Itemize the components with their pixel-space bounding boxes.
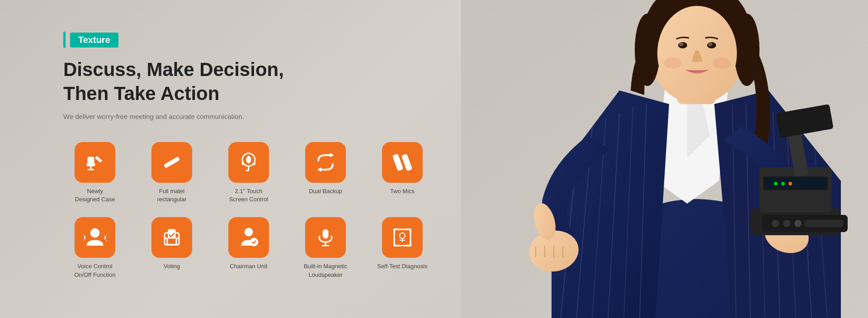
- svg-point-75: [783, 220, 790, 227]
- svg-point-55: [664, 58, 682, 69]
- texture-bar: [63, 32, 66, 48]
- touch-icon: [237, 151, 260, 174]
- newly-designed-case-icon-box: [75, 142, 115, 183]
- svg-point-70: [774, 182, 778, 185]
- self-test-icon-box: [382, 217, 423, 258]
- rectangular-icon: [160, 151, 184, 174]
- two-mics-icon-box: [382, 142, 423, 183]
- feature-full-matel: Full matelrectangular: [140, 142, 203, 204]
- voice-control-icon-box: [75, 217, 115, 258]
- touch-screen-label: 2.1" TouchScreen Control: [229, 187, 269, 204]
- left-content: Texture Discuss, Make Decision, Then Tak…: [0, 0, 434, 318]
- main-title: Discuss, Make Decision, Then Take Action: [63, 58, 434, 105]
- chairman-unit-icon-box: [228, 217, 269, 258]
- touch-screen-icon-box: [228, 142, 269, 183]
- svg-marker-11: [317, 168, 321, 171]
- svg-rect-19: [323, 229, 328, 238]
- right-image-area: [434, 0, 868, 318]
- feature-chairman-unit: Chairman Unit: [217, 217, 280, 279]
- svg-rect-13: [401, 154, 412, 171]
- svg-point-23: [400, 233, 405, 238]
- svg-point-56: [712, 58, 731, 69]
- main-container: Texture Discuss, Make Decision, Then Tak…: [0, 0, 868, 318]
- svg-marker-10: [330, 153, 334, 157]
- svg-rect-22: [394, 229, 410, 246]
- feature-row-1: NewlyDesigned Case Full matelrectangular: [63, 142, 434, 204]
- feature-dual-backup: Dual Backup: [294, 142, 357, 204]
- built-in-speaker-icon-box: [305, 217, 346, 258]
- case-icon: [83, 151, 107, 174]
- texture-label: Texture: [70, 33, 118, 47]
- voice-icon: [83, 226, 107, 249]
- subtitle: We deliver worry-free meeting and accura…: [63, 113, 434, 120]
- dual-backup-label: Dual Backup: [309, 187, 342, 195]
- two-mics-label: Two Mics: [390, 187, 415, 195]
- person-scene-svg: [461, 0, 868, 318]
- svg-rect-1: [88, 157, 94, 164]
- voting-icon-box: [151, 217, 192, 258]
- features-grid: NewlyDesigned Case Full matelrectangular: [63, 142, 434, 279]
- chairman-unit-label: Chairman Unit: [230, 262, 267, 271]
- svg-point-72: [788, 182, 792, 185]
- speaker-icon: [314, 226, 337, 249]
- feature-built-in-speaker: Built-in MagneticLoudspeaker: [294, 217, 357, 279]
- feature-newly-designed-case: NewlyDesigned Case: [63, 142, 127, 204]
- feature-row-2: Voice ControlOn/Off Function: [63, 217, 434, 279]
- feature-voice-control: Voice ControlOn/Off Function: [63, 217, 127, 279]
- voice-control-label: Voice ControlOn/Off Function: [74, 262, 116, 279]
- texture-badge: Texture: [63, 32, 434, 48]
- svg-point-71: [781, 182, 785, 185]
- svg-rect-5: [164, 157, 179, 168]
- built-in-speaker-label: Built-in MagneticLoudspeaker: [304, 262, 347, 279]
- feature-self-test: Self-Test Diagnosis: [371, 217, 434, 279]
- voting-icon: [160, 226, 184, 249]
- svg-point-76: [794, 220, 802, 227]
- svg-marker-4: [95, 156, 102, 162]
- svg-point-54: [708, 43, 712, 46]
- svg-point-14: [90, 228, 99, 237]
- newly-designed-case-label: NewlyDesigned Case: [75, 187, 115, 204]
- svg-point-53: [679, 43, 684, 46]
- svg-rect-77: [805, 220, 843, 227]
- full-matel-label: Full matelrectangular: [157, 187, 186, 204]
- chairman-icon: [237, 226, 260, 249]
- svg-point-17: [245, 228, 253, 236]
- full-matel-icon-box: [151, 142, 192, 183]
- mics-icon: [391, 151, 414, 174]
- diagnosis-icon: [391, 226, 414, 249]
- svg-rect-12: [392, 154, 403, 171]
- dual-backup-icon-box: [305, 142, 346, 183]
- svg-point-74: [772, 220, 779, 227]
- dual-icon: [314, 151, 337, 174]
- feature-two-mics: Two Mics: [371, 142, 434, 204]
- svg-point-7: [246, 156, 251, 163]
- self-test-label: Self-Test Diagnosis: [377, 262, 427, 271]
- feature-touch-screen: 2.1" TouchScreen Control: [217, 142, 280, 204]
- voting-label: Voting: [164, 262, 180, 271]
- feature-voting: Voting: [140, 217, 203, 279]
